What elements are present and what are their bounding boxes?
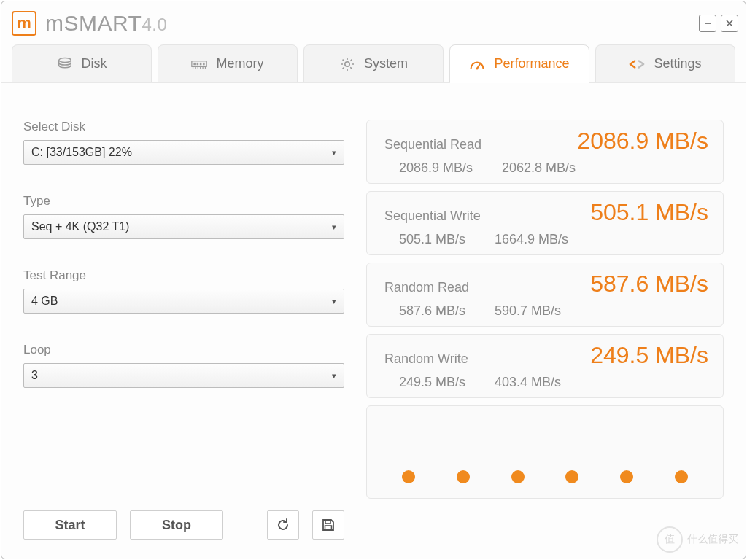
result-sequential-write: Sequential Write 505.1 MB/s 505.1 MB/s 1… [366, 191, 724, 255]
result-label: Random Write [384, 351, 468, 367]
tab-memory[interactable]: Memory [158, 44, 298, 82]
tab-settings[interactable]: Settings [595, 44, 735, 82]
tab-system[interactable]: System [303, 44, 444, 82]
progress-dot [511, 470, 525, 483]
result-main-value: 505.1 MB/s [590, 199, 708, 226]
tab-label: Disk [82, 56, 107, 71]
result-sub-value: 2086.9 MB/s [399, 160, 473, 176]
tab-label: Memory [216, 56, 263, 71]
main-content: Select Disk C: [33/153GB] 22% ▾ Type Seq… [1, 83, 746, 559]
loop-value: 3 [31, 369, 38, 382]
progress-dot [620, 470, 633, 483]
result-sub-value: 505.1 MB/s [399, 232, 465, 247]
app-window: m mSMART4.0 Disk Memory [1, 1, 746, 559]
chevron-down-icon: ▾ [332, 148, 336, 158]
stop-button[interactable]: Stop [130, 510, 223, 540]
settings-icon [629, 56, 645, 72]
progress-dot [675, 470, 688, 483]
start-button[interactable]: Start [23, 510, 117, 540]
svg-point-15 [345, 61, 349, 66]
refresh-icon [276, 518, 290, 532]
save-icon [322, 518, 335, 532]
tab-performance[interactable]: Performance [449, 44, 589, 82]
result-label: Sequential Write [384, 209, 481, 224]
result-sub-value: 2062.8 MB/s [502, 160, 576, 176]
app-title: mSMART4.0 [45, 11, 167, 36]
test-range-label: Test Range [23, 268, 344, 283]
watermark-badge-icon: 值 [657, 526, 683, 553]
result-main-value: 249.5 MB/s [590, 342, 708, 369]
disk-icon [57, 56, 73, 72]
svg-point-3 [58, 58, 71, 62]
app-logo-icon: m [12, 11, 36, 36]
progress-dot [402, 470, 415, 483]
svg-rect-5 [194, 62, 196, 64]
gauge-icon [469, 56, 485, 72]
result-sub-value: 587.6 MB/s [399, 303, 465, 319]
result-label: Random Read [384, 280, 469, 295]
tab-disk[interactable]: Disk [12, 44, 152, 82]
tab-label: Performance [494, 56, 569, 71]
test-range-value: 4 GB [31, 295, 58, 308]
loop-label: Loop [23, 343, 344, 357]
tab-label: Settings [654, 56, 701, 71]
select-disk-label: Select Disk [23, 120, 344, 134]
select-disk-value: C: [33/153GB] 22% [31, 146, 132, 159]
chevron-down-icon: ▾ [332, 222, 336, 232]
watermark: 值 什么值得买 [657, 526, 738, 553]
svg-rect-6 [197, 62, 199, 64]
test-range-dropdown[interactable]: 4 GB ▾ [23, 289, 344, 314]
results-panel: Sequential Read 2086.9 MB/s 2086.9 MB/s … [366, 120, 724, 540]
tab-label: System [364, 56, 408, 71]
svg-rect-8 [204, 62, 206, 64]
result-sub-value: 249.5 MB/s [399, 375, 465, 390]
tab-bar: Disk Memory System Performance Settings [1, 42, 746, 83]
chevron-down-icon: ▾ [332, 371, 336, 381]
close-button[interactable] [721, 15, 738, 32]
result-main-value: 2086.9 MB/s [577, 128, 708, 155]
refresh-button[interactable] [267, 510, 299, 540]
result-sub-value: 590.7 MB/s [495, 303, 561, 319]
result-random-read: Random Read 587.6 MB/s 587.6 MB/s 590.7 … [366, 262, 724, 327]
progress-dot [565, 470, 578, 483]
window-controls [699, 15, 738, 32]
type-label: Type [23, 194, 344, 209]
svg-point-17 [476, 67, 479, 69]
chevron-down-icon: ▾ [332, 297, 336, 306]
result-label: Sequential Read [384, 137, 481, 152]
save-button[interactable] [312, 510, 344, 540]
result-sub-value: 1664.9 MB/s [495, 232, 568, 247]
result-sequential-read: Sequential Read 2086.9 MB/s 2086.9 MB/s … [366, 120, 724, 184]
select-disk-dropdown[interactable]: C: [33/153GB] 22% ▾ [23, 140, 344, 165]
svg-rect-7 [200, 62, 202, 64]
svg-rect-19 [325, 526, 332, 529]
minimize-button[interactable] [699, 15, 716, 32]
memory-icon [191, 56, 207, 72]
type-dropdown[interactable]: Seq + 4K (Q32 T1) ▾ [23, 214, 344, 239]
loop-dropdown[interactable]: 3 ▾ [23, 363, 344, 388]
progress-dot [457, 470, 470, 483]
title-bar: m mSMART4.0 [1, 1, 746, 42]
gear-icon [339, 56, 355, 72]
type-value: Seq + 4K (Q32 T1) [31, 220, 129, 233]
watermark-text: 什么值得买 [687, 533, 738, 546]
result-random-write: Random Write 249.5 MB/s 249.5 MB/s 403.4… [366, 334, 724, 398]
action-row: Start Stop [23, 510, 344, 540]
result-sub-value: 403.4 MB/s [495, 375, 561, 390]
svg-rect-18 [325, 520, 330, 524]
result-main-value: 587.6 MB/s [590, 271, 708, 298]
config-panel: Select Disk C: [33/153GB] 22% ▾ Type Seq… [23, 120, 344, 540]
progress-indicator [366, 405, 724, 499]
